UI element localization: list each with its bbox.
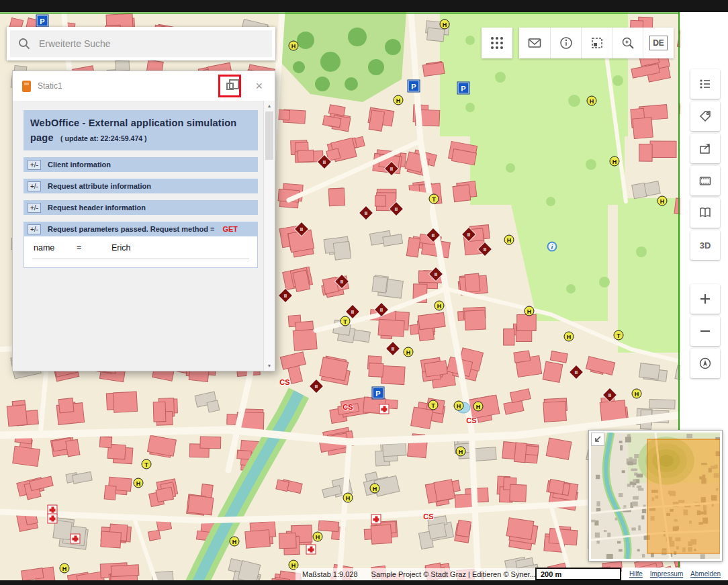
restore-window-icon [226,83,234,90]
param-row: name = Erich [32,240,249,259]
language-label: DE [649,36,668,50]
static-module-icon [22,81,31,92]
info-icon [559,36,574,50]
close-button[interactable]: × [255,80,263,92]
search-input[interactable] [38,38,272,50]
impressum-link[interactable]: Impressum [650,570,683,578]
scrollbar-thumb[interactable] [265,111,273,160]
param-table: name = Erich [24,236,258,268]
section-client-information[interactable]: +/- Client information [24,157,258,172]
language-button[interactable]: DE [643,28,674,58]
section-toggle[interactable]: +/- [28,203,41,213]
tag-button[interactable] [690,101,720,131]
scrollbar-down-icon[interactable]: ▼ [264,363,275,368]
open-book-icon [698,206,713,220]
top-toolbar: DE [482,28,674,58]
right-toolbar: 3D [690,69,720,472]
undock-button[interactable] [223,79,236,93]
abmelden-link[interactable]: Abmelden [690,570,721,578]
overview-extent-box[interactable] [647,439,720,553]
section-request-parameters[interactable]: +/- Request parameters passed. Request m… [24,222,258,236]
hilfe-link[interactable]: Hilfe [629,570,643,578]
select-rectangle-icon [590,36,604,50]
select-button[interactable] [581,28,612,58]
request-method-value: GET [222,225,238,233]
overview-collapse-button[interactable] [591,433,604,446]
status-text: Maßstab 1:9.028 Sample Project © Stadt G… [295,568,543,580]
scale-text: Maßstab 1:9.028 [302,570,358,578]
zoom-in-button[interactable] [690,284,720,314]
mail-button[interactable] [519,28,550,58]
zoom-selection-button[interactable] [612,28,643,58]
legend-list-icon [698,77,713,91]
map-book-button[interactable] [690,198,720,228]
section-toggle[interactable]: +/- [28,224,41,234]
tag-icon [698,109,713,124]
plus-icon [698,291,713,306]
apps-grid-icon [490,36,504,50]
mail-icon [527,36,542,50]
external-window-icon [698,141,713,156]
external-window-button[interactable] [690,134,720,163]
overview-map[interactable] [588,430,723,561]
copyright-text: Sample Project © Stadt Graz | Editieren … [371,570,536,578]
film-strip-icon [698,173,713,188]
param-operator: = [77,243,111,253]
collapse-arrow-icon [593,435,602,444]
param-value: Erich [111,243,249,253]
zoom-out-button[interactable] [690,316,720,346]
locate-button[interactable] [690,349,720,378]
search-field[interactable] [10,30,272,57]
apps-grid-button[interactable] [482,28,512,58]
panel-titlebar: Static1 × [13,71,275,101]
section-toggle[interactable]: +/- [28,160,41,170]
top-black-bar [0,0,728,12]
search-icon [18,38,31,50]
3d-label: 3D [700,240,711,251]
scalebar-label: 200 m [541,570,561,578]
info-button[interactable] [550,28,581,58]
app-window: PPPPHHHHHHHHHHHHHHHHHHHHHHTTTTTⅢⅢⅢⅢⅢⅢⅢⅢⅢ… [0,0,728,585]
3d-button[interactable]: 3D [690,230,720,260]
content-update-timestamp: ( update at: 22:24:59.474 ) [60,134,146,142]
legend-button[interactable] [690,69,720,99]
section-request-header-information[interactable]: +/- Request header information [24,200,258,215]
bottom-black-bar [0,580,728,585]
section-toggle[interactable]: +/- [28,181,41,191]
minus-icon [698,324,713,339]
content-header: WebOffice - External application simulat… [24,110,258,150]
compass-arrow-icon [698,356,713,371]
panel-title: Static1 [38,81,216,91]
panel-scrollbar[interactable]: ▲ ▼ [263,101,275,371]
footer-links: Hilfe Impressum Abmelden [622,568,728,580]
param-name: name [34,243,77,253]
panel-body: WebOffice - External application simulat… [13,101,275,371]
magnifier-icon [621,36,635,50]
scrollbar-up-icon[interactable]: ▲ [264,103,275,108]
scalebar: 200 m [535,568,621,580]
static1-panel: Static1 × WebOffice - External applicati… [12,71,275,371]
search-bar [7,27,275,60]
section-request-attribute-information[interactable]: +/- Request attribute information [24,179,258,193]
film-layers-button[interactable] [690,166,720,195]
